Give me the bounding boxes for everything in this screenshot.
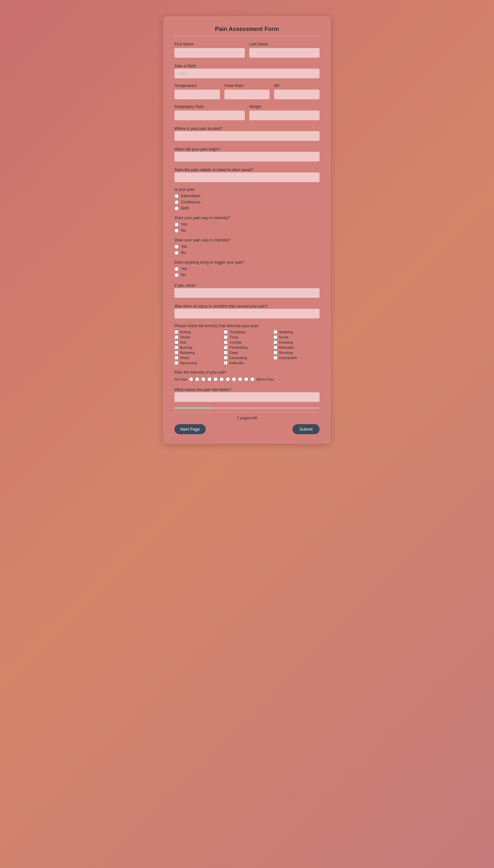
first-name-label: First Name: bbox=[174, 42, 245, 46]
cb-tiring-check[interactable] bbox=[224, 335, 228, 339]
cb-unbearable-check[interactable] bbox=[273, 356, 277, 360]
pain-vary1-no-label: No bbox=[181, 228, 186, 233]
pain-scale-2[interactable] bbox=[201, 377, 205, 381]
feel-better-input[interactable] bbox=[174, 392, 320, 402]
cb-dull-check[interactable] bbox=[174, 340, 178, 344]
is-pain-section: Is your pain: Intermittent Continuous Bo… bbox=[174, 187, 320, 211]
injury-section: Was there an injury or accident that cau… bbox=[174, 303, 320, 318]
is-pain-continuous-radio[interactable] bbox=[174, 200, 179, 204]
cb-numb-check[interactable] bbox=[273, 335, 277, 339]
submit-button[interactable]: Submit bbox=[292, 424, 320, 434]
no-pain-label: No Pain bbox=[174, 377, 187, 381]
cb-gnawing: Gnawing bbox=[273, 340, 320, 344]
cb-miserable-check[interactable] bbox=[273, 346, 277, 349]
is-pain-both-radio[interactable] bbox=[174, 206, 179, 211]
cb-knifelike-check[interactable] bbox=[224, 361, 228, 365]
pages-left-text: 2 pages left bbox=[174, 416, 320, 420]
temperature-group: Temperature: bbox=[174, 83, 220, 99]
cb-miserable: Miserable bbox=[273, 346, 320, 349]
pain-location-label: Where is your pain located? bbox=[174, 126, 223, 131]
dob-input[interactable] bbox=[174, 68, 320, 78]
pain-scale-0[interactable] bbox=[189, 377, 193, 381]
cb-radiating-check[interactable] bbox=[174, 351, 178, 355]
is-pain-continuous-label: Continuous bbox=[181, 200, 201, 204]
pain-scale-1[interactable] bbox=[195, 377, 199, 381]
pain-trigger-radio-group: Yes No bbox=[174, 267, 320, 277]
cb-penetrating-check[interactable] bbox=[224, 346, 228, 349]
pain-radiate-input[interactable] bbox=[174, 173, 320, 182]
pain-begin-input[interactable] bbox=[174, 152, 320, 161]
cb-tender-check[interactable] bbox=[174, 335, 178, 339]
feel-better-label: What makes the pain feel better? bbox=[174, 388, 231, 392]
pain-vary1-no-radio[interactable] bbox=[174, 229, 179, 233]
cb-unbearable: Unbearable bbox=[273, 356, 320, 360]
next-page-button[interactable]: Next Page bbox=[174, 424, 206, 434]
pulse-rate-input[interactable] bbox=[224, 90, 270, 99]
pain-scale-10[interactable] bbox=[250, 377, 254, 381]
cb-unbearable-label: Unbearable bbox=[279, 356, 297, 360]
cb-crampy-check[interactable] bbox=[224, 340, 228, 344]
pain-location-input[interactable] bbox=[174, 131, 320, 141]
pain-vary1-yes-radio[interactable] bbox=[174, 222, 179, 226]
weight-input[interactable] bbox=[249, 111, 320, 120]
pain-scale-section: Rate the intensity of your pain: No Pain… bbox=[174, 370, 320, 381]
cb-stabbing-check[interactable] bbox=[273, 330, 277, 334]
cb-sharp-check[interactable] bbox=[174, 356, 178, 360]
pain-vary2-no: No bbox=[174, 251, 320, 255]
cb-tender: Tender bbox=[174, 335, 221, 339]
respiratory-input[interactable] bbox=[174, 111, 245, 120]
pain-vary1-question: Does your pain vary in intensity? bbox=[174, 216, 320, 220]
rate-intensity-question: Rate the intensity of your pain: bbox=[174, 370, 320, 375]
cb-tender-label: Tender bbox=[180, 335, 191, 339]
pain-vary2-radio-group: Yes No bbox=[174, 244, 320, 255]
pain-scale-3[interactable] bbox=[207, 377, 211, 381]
pain-scale-4[interactable] bbox=[213, 377, 218, 381]
form-container: Pain Assessment Form First Name: Last Na… bbox=[163, 16, 331, 444]
pain-scale-6[interactable] bbox=[226, 377, 230, 381]
cb-squeezing-check[interactable] bbox=[174, 361, 178, 365]
pain-vary2-no-radio[interactable] bbox=[174, 251, 179, 255]
cb-throbbing: Throbbing bbox=[224, 330, 270, 334]
pain-scale-8[interactable] bbox=[238, 377, 242, 381]
cb-gnawing-label: Gnawing bbox=[279, 340, 293, 344]
pain-trigger-no-radio[interactable] bbox=[174, 273, 179, 277]
bp-input[interactable] bbox=[274, 90, 320, 99]
pain-begin-label: When did your pain begin? bbox=[174, 147, 221, 152]
cb-dull: Dull bbox=[174, 340, 221, 344]
cb-miserable-label: Miserable bbox=[279, 346, 294, 349]
pain-scale-7[interactable] bbox=[232, 377, 236, 381]
pain-vary2-yes-radio[interactable] bbox=[174, 245, 179, 249]
if-yes-input[interactable] bbox=[174, 288, 320, 298]
cb-shooting-check[interactable] bbox=[273, 351, 277, 355]
pain-trigger-section: Does anything bring or trigger your pain… bbox=[174, 260, 320, 277]
pain-trigger-yes-label: Yes bbox=[181, 267, 187, 271]
cb-gnawing-check[interactable] bbox=[273, 340, 277, 344]
injury-label: Was there an injury or accident that cau… bbox=[174, 304, 268, 309]
first-name-input[interactable] bbox=[174, 48, 245, 58]
pain-scale-9[interactable] bbox=[244, 377, 248, 381]
pain-scale-5[interactable] bbox=[220, 377, 224, 381]
bp-group: BP: bbox=[274, 83, 320, 99]
is-pain-continuous: Continuous bbox=[174, 200, 320, 204]
cb-exhausting-check[interactable] bbox=[224, 356, 228, 360]
pain-radiate-label: Does the pain radiate or travel to other… bbox=[174, 167, 253, 172]
pain-trigger-yes-radio[interactable] bbox=[174, 267, 179, 271]
pain-trigger-no-label: No bbox=[181, 273, 186, 277]
cb-aching-label: Aching bbox=[180, 330, 191, 334]
pain-words-grid: Aching Throbbing Stabbing Tender Tiring … bbox=[174, 330, 320, 365]
cb-knifelike-label: Knife-like bbox=[229, 361, 244, 365]
is-pain-intermittent-radio[interactable] bbox=[174, 194, 179, 198]
cb-knifelike: Knife-like bbox=[224, 361, 270, 365]
injury-input[interactable] bbox=[174, 309, 320, 318]
cb-burning-check[interactable] bbox=[174, 346, 178, 349]
temperature-input[interactable] bbox=[174, 90, 220, 99]
name-row: First Name: Last Name: bbox=[174, 42, 320, 58]
cb-deep-check[interactable] bbox=[224, 351, 228, 355]
describe-pain-question: Please check the word(s) that describe y… bbox=[174, 323, 320, 328]
last-name-input[interactable] bbox=[249, 48, 320, 58]
cb-throbbing-check[interactable] bbox=[224, 330, 228, 334]
cb-aching-check[interactable] bbox=[174, 330, 178, 334]
pain-begin-section: When did your pain begin? bbox=[174, 146, 320, 161]
cb-stabbing-label: Stabbing bbox=[279, 330, 293, 334]
pain-vary2-no-label: No bbox=[181, 251, 186, 255]
